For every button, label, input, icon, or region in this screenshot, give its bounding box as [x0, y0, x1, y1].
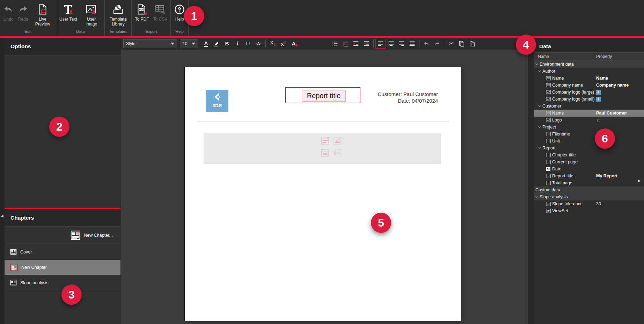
bold-button[interactable]: B [222, 39, 232, 49]
align-left-button[interactable] [375, 39, 386, 49]
chapter-item-new-chapter[interactable]: New Chapter [5, 260, 120, 275]
company-logo-3dr[interactable]: 3DR [206, 90, 228, 112]
user-image-button[interactable]: User Image [79, 0, 103, 29]
to-pdf-button[interactable]: PDFTo PDF [133, 0, 151, 29]
chapters-panel: Chapters New Chapter... CoverNew Chapter… [5, 209, 120, 324]
date-line: Date: 04/07/2024 [363, 97, 438, 104]
expander-chevron-icon[interactable] [537, 125, 542, 129]
data-tree-row-name[interactable]: NameName [534, 75, 644, 82]
template-library-button[interactable]: Template Library [106, 0, 130, 29]
data-tree-row-slope-tolerance[interactable]: Slope tolerance30 [534, 200, 644, 207]
data-tree-row-project[interactable]: Project [534, 124, 644, 131]
superscript-button[interactable]: X2 [278, 39, 288, 49]
align-right-button[interactable] [396, 39, 407, 49]
highlight-button[interactable] [211, 39, 222, 49]
add-viewset-placeholder-icon[interactable] [333, 148, 342, 157]
data-tree-row-author[interactable]: Author [534, 68, 644, 75]
data-tree-value: Name [596, 76, 608, 81]
chapter-page-icon [10, 264, 18, 271]
expander-chevron-icon[interactable] [535, 62, 539, 66]
style-select[interactable]: Style [123, 39, 177, 48]
data-tree-row-company-logo-small-[interactable]: Company logo (small) [534, 96, 644, 103]
data-tree-row-viewset[interactable]: ViewSet [534, 207, 644, 214]
data-tree-row-logo[interactable]: Logo [534, 117, 644, 124]
chapter-item-slope-analysis[interactable]: Slope analysis [5, 275, 120, 290]
data-tree-row-company-logo-large-[interactable]: Company logo (large) [534, 89, 644, 96]
report-title-box[interactable]: Report title [285, 87, 360, 103]
ribbon-button-label: Redo [18, 17, 28, 22]
expander-chevron-icon[interactable] [535, 195, 539, 199]
data-tree-row-current-page[interactable]: Current page [534, 159, 644, 165]
logo-thumbnail-blue-icon [596, 90, 601, 95]
report-title-text: Report title [307, 92, 341, 100]
clear-formatting-button[interactable]: A [288, 39, 299, 49]
data-tree-row-total-page[interactable]: Total page [534, 179, 644, 186]
align-left-icon [378, 40, 384, 47]
paste-button[interactable] [467, 39, 477, 49]
chapter-item-cover[interactable]: Cover [5, 244, 120, 260]
strikethrough-button[interactable]: A [253, 39, 264, 49]
new-chapter-button[interactable]: New Chapter... [70, 229, 113, 242]
data-tree-label: Company logo (small) [552, 97, 595, 102]
data-tree-row-environment-data[interactable]: Environment data [534, 61, 644, 68]
add-view-placeholder-icon[interactable] [321, 148, 330, 157]
data-tree-row-chapter-title[interactable]: Chapter title [534, 152, 644, 159]
data-tree-row-custom-data[interactable]: Custom data [534, 186, 644, 193]
content-placeholder-block[interactable] [204, 133, 441, 164]
data-tree-row-slope-analysis[interactable]: Slope analysis [534, 193, 644, 200]
data-tree-label: Author [542, 69, 555, 74]
add-image-placeholder-icon[interactable] [333, 136, 342, 145]
collapse-left-icon[interactable]: ◀ [1, 214, 3, 218]
data-tree-row-filename[interactable]: Filename [534, 131, 644, 138]
justify-button[interactable] [407, 39, 417, 49]
collapse-right-icon[interactable]: ▶ [638, 178, 641, 183]
data-tree-row-company-name[interactable]: Company nameCompany name [534, 82, 644, 89]
copy-button[interactable] [456, 39, 467, 49]
undo-small-button[interactable] [421, 39, 432, 49]
column-divider[interactable] [594, 54, 594, 60]
data-tree-row-unit[interactable]: Unit [534, 138, 644, 145]
subscript-button[interactable]: X2 [268, 39, 278, 49]
expander-chevron-icon[interactable] [537, 104, 542, 108]
customer-line: Customer: Paul Customer [363, 91, 438, 97]
data-tree-row-customer[interactable]: Customer [534, 103, 644, 110]
redo-small-button[interactable] [432, 39, 442, 49]
highlight-icon [213, 40, 220, 47]
data-tree-row-name[interactable]: NamePaul Customer [534, 110, 644, 117]
cut-button[interactable]: ✂ [446, 39, 456, 49]
underline-button[interactable]: U [243, 39, 253, 49]
font-size-select[interactable]: 10 [180, 39, 198, 48]
chapter-page-icon [10, 249, 17, 255]
chapter-item-label: Cover [20, 250, 32, 255]
new-chapter-label: New Chapter... [84, 233, 113, 238]
left-collapse-strip[interactable]: ◀ [0, 38, 5, 324]
data-tree-row-date[interactable]: 31Date [534, 165, 644, 172]
add-text-placeholder-icon[interactable] [321, 136, 330, 145]
align-center-icon [388, 40, 394, 47]
italic-button[interactable]: I [232, 39, 243, 49]
expander-chevron-icon[interactable] [537, 146, 542, 150]
user-text-button[interactable]: User Text [57, 0, 79, 29]
increase-indent-button[interactable] [361, 39, 372, 49]
align-center-button[interactable] [386, 39, 396, 49]
data-tree-label: Company name [552, 83, 583, 88]
svg-text:3: 3 [343, 45, 344, 47]
data-tree-row-report-title[interactable]: Report titleMy Report [534, 172, 644, 179]
data-column-header: Name Property [534, 52, 644, 61]
toolbar-separator [419, 40, 419, 47]
ribbon-group-label: Data [57, 29, 103, 36]
data-tree-value: Company name [596, 83, 629, 88]
data-tree-row-report[interactable]: Report [534, 145, 644, 152]
font-color-button[interactable]: A [201, 39, 211, 49]
decrease-indent-button[interactable] [351, 39, 361, 49]
numbered-list-button[interactable]: 123 [340, 39, 351, 49]
new-chapter-icon [70, 229, 81, 242]
ribbon-group-templates: Template LibraryTemplates [105, 0, 132, 36]
header-rule [197, 122, 449, 122]
data-tree-label: Custom data [535, 187, 560, 192]
expander-chevron-icon[interactable] [537, 69, 542, 73]
bullet-list-button[interactable] [330, 39, 340, 49]
report-title-field[interactable]: Report title [302, 90, 346, 102]
live-preview-button[interactable]: Live Preview [30, 0, 55, 29]
customer-info-block[interactable]: Customer: Paul Customer Date: 04/07/2024 [363, 91, 438, 104]
